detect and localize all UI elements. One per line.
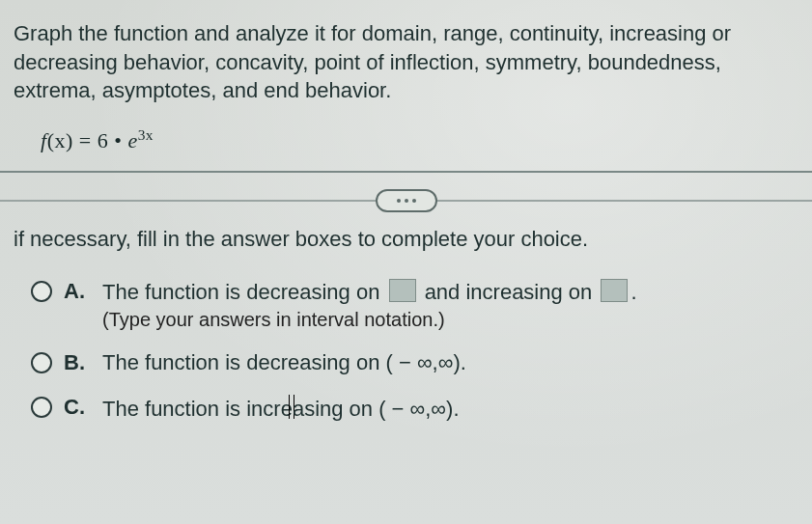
choice-a-part2: and increasing on xyxy=(419,280,599,304)
choice-a-part3: . xyxy=(630,280,636,304)
answer-block: if necessary, fill in the answer boxes t… xyxy=(0,202,812,458)
section-divider xyxy=(0,200,812,202)
instruction-text: if necessary, fill in the answer boxes t… xyxy=(14,227,798,252)
radio-a[interactable] xyxy=(31,281,52,302)
ellipsis-button[interactable] xyxy=(376,189,437,212)
choice-c-letter: C. xyxy=(64,395,91,420)
choice-a-text: The function is decreasing on and increa… xyxy=(102,279,798,331)
choice-c-mid: a xyxy=(293,398,304,422)
choice-c-text: The function is increasing on ( − ∞,∞). xyxy=(102,395,798,422)
question-block: Graph the function and analyze it for do… xyxy=(0,0,812,173)
choice-a[interactable]: A. The function is decreasing on and inc… xyxy=(31,279,798,331)
choice-b-text: The function is decreasing on ( − ∞,∞). xyxy=(102,350,798,375)
radio-b[interactable] xyxy=(31,352,52,373)
answer-box-2[interactable] xyxy=(601,279,628,302)
question-prompt: Graph the function and analyze it for do… xyxy=(14,19,798,105)
choice-a-letter: A. xyxy=(64,279,91,304)
choice-a-part1: The function is decreasing on xyxy=(102,280,386,304)
choice-c-post: sing on ( − ∞,∞). xyxy=(304,398,459,422)
choice-b-letter: B. xyxy=(64,350,91,375)
function-expression: f(x) = 6 • e3x xyxy=(41,126,798,153)
answer-box-1[interactable] xyxy=(389,279,416,302)
choice-b[interactable]: B. The function is decreasing on ( − ∞,∞… xyxy=(31,350,798,375)
choice-c-pre: The function is incre xyxy=(102,398,293,422)
choice-a-hint: (Type your answers in interval notation.… xyxy=(102,309,798,331)
radio-c[interactable] xyxy=(31,397,52,418)
choice-c[interactable]: C. The function is increasing on ( − ∞,∞… xyxy=(31,395,798,422)
